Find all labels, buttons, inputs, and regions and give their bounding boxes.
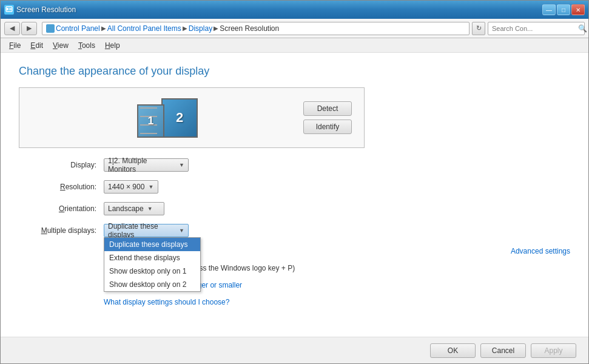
multiple-display-dropdown[interactable]: Duplicate these displays ▼ [104,224,189,237]
page-title: Change the appearance of your display [19,65,570,78]
resolution-dropdown[interactable]: 1440 × 900 ▼ [104,180,158,194]
multiple-display-dropdown-arrow: ▼ [179,228,184,234]
path-display[interactable]: Display [189,24,212,33]
identify-button[interactable]: Identify [303,120,352,134]
path-control-panel[interactable]: Control Panel [56,24,100,33]
option-duplicate[interactable]: Duplicate these displays [104,238,200,251]
monitor-2-preview: 2 [161,98,198,138]
menu-help[interactable]: Help [100,39,125,52]
display-dropdown-arrow: ▼ [179,162,184,168]
window-icon [4,5,14,15]
menu-view[interactable]: View [48,39,73,52]
path-current: Screen Resolution [220,24,279,33]
menu-edit[interactable]: Edit [25,39,48,52]
apply-button[interactable]: Apply [531,343,576,358]
detect-identify-buttons: Detect Identify [303,101,352,134]
resolution-control: 1440 × 900 ▼ [104,180,158,194]
title-bar-left: Screen Resolution [4,5,76,15]
connect-row: Connect to a projector (or press the Win… [19,262,570,274]
svg-rect-2 [9,8,12,10]
form-section: Display: 1|2. Multiple Monitors ▼ Resolu… [19,158,570,308]
nav-buttons: ◀ ▶ [4,22,37,35]
multiple-display-row: Multiple displays: Duplicate these displ… [19,223,570,238]
title-buttons: — □ ✕ [542,4,585,15]
forward-button[interactable]: ▶ [21,22,37,35]
monitor-1-preview: 1 [137,104,164,138]
display-label: Display: [19,161,104,169]
detect-button[interactable]: Detect [303,101,352,116]
back-button[interactable]: ◀ [4,22,20,35]
title-bar: Screen Resolution — □ ✕ [1,1,588,19]
svg-rect-1 [7,8,8,10]
cancel-button[interactable]: Cancel [480,343,526,358]
multiple-display-label: Multiple displays: [19,226,104,235]
ok-button[interactable]: OK [430,343,476,358]
main-window: Screen Resolution — □ ✕ ◀ ▶ Control Pane… [0,0,589,364]
address-bar: ◀ ▶ Control Panel ▶ All Control Panel It… [1,19,588,38]
option-desktop-2[interactable]: Show desktop only on 2 [104,278,200,291]
menu-tools[interactable]: Tools [73,39,100,52]
text-size-row: Make text and other items larger or smal… [19,279,570,291]
search-icon: 🔍 [578,24,587,33]
maximize-button[interactable]: □ [557,4,570,15]
path-all-items[interactable]: All Control Panel Items [107,24,181,33]
advanced-settings-link[interactable]: Advanced settings [511,247,570,255]
address-path[interactable]: Control Panel ▶ All Control Panel Items … [42,22,470,35]
orientation-row: Orientation: Landscape ▼ [19,201,570,216]
resolution-label: Resolution: [19,183,104,191]
resolution-dropdown-arrow: ▼ [148,184,153,190]
option-extend[interactable]: Extend these displays [104,251,200,265]
orientation-label: Orientation: [19,204,104,213]
display-dropdown[interactable]: 1|2. Multiple Monitors ▼ [104,158,189,172]
minimize-button[interactable]: — [542,4,556,15]
button-bar: OK Cancel Apply [1,337,588,363]
search-input[interactable] [492,25,576,32]
multiple-display-popup: Duplicate these displays Extend these di… [104,237,201,292]
menu-bar: File Edit View Tools Help [1,38,588,53]
svg-rect-4 [48,26,50,28]
info-row: This is currently you Advanced settings [19,245,570,257]
orientation-control: Landscape ▼ [104,202,164,215]
resolution-row: Resolution: 1440 × 900 ▼ [19,180,570,194]
multiple-display-control: Duplicate these displays ▼ Duplicate the… [104,224,189,237]
svg-rect-3 [47,27,53,32]
option-desktop-1[interactable]: Show desktop only on 1 [104,265,200,278]
display-settings-row: What display settings should I choose? [19,296,570,308]
window-title: Screen Resolution [16,5,76,14]
refresh-button[interactable]: ↻ [472,22,485,35]
content-area: Change the appearance of your display 1 [1,53,588,337]
display-preview-box: 1 2 Detect Identify [19,87,365,148]
orientation-dropdown[interactable]: Landscape ▼ [104,202,164,215]
monitor-preview: 1 2 [32,98,303,138]
display-control: 1|2. Multiple Monitors ▼ [104,158,189,172]
display-row: Display: 1|2. Multiple Monitors ▼ [19,158,570,172]
orientation-dropdown-arrow: ▼ [147,206,153,212]
close-button[interactable]: ✕ [571,4,585,15]
menu-file[interactable]: File [4,39,25,52]
multiple-display-dropdown-container: Duplicate these displays ▼ Duplicate the… [104,224,189,237]
search-box[interactable]: 🔍 [488,22,585,35]
display-settings-link[interactable]: What display settings should I choose? [104,298,229,306]
path-icon [46,24,55,33]
